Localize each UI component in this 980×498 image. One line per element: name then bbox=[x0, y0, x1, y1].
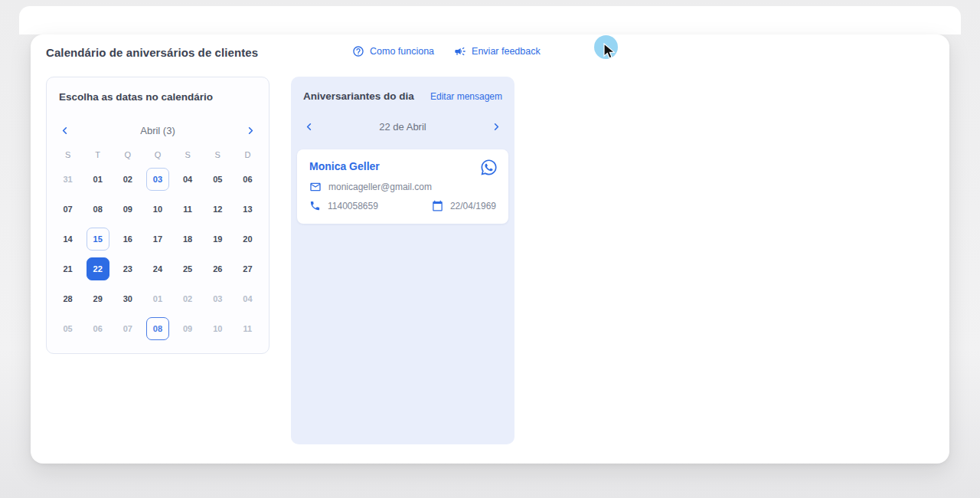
month-nav: Abril (3) bbox=[47, 121, 269, 139]
calendar-day[interactable]: 09 bbox=[176, 317, 199, 340]
calendar-day[interactable]: 28 bbox=[57, 287, 80, 310]
birthdays-panel: Aniversariantes do dia Editar mensagem 2… bbox=[291, 77, 514, 444]
calendar-day[interactable]: 27 bbox=[236, 257, 259, 280]
calendar-panel-title: Escolha as datas no calendário bbox=[47, 77, 269, 103]
contact-phone-item: 1140058659 bbox=[309, 200, 378, 211]
calendar-day[interactable]: 19 bbox=[206, 228, 229, 251]
contact-email-row: monicageller@gmail.com bbox=[309, 181, 496, 193]
contact-name[interactable]: Monica Geller bbox=[309, 160, 496, 172]
calendar-day[interactable]: 15 bbox=[87, 228, 109, 251]
calendar-day[interactable]: 06 bbox=[236, 168, 259, 191]
calendar-day[interactable]: 29 bbox=[87, 287, 109, 310]
contact-phone: 1140058659 bbox=[328, 201, 378, 211]
calendar-panel: Escolha as datas no calendário Abril (3)… bbox=[46, 77, 270, 354]
calendar-day[interactable]: 10 bbox=[146, 198, 169, 221]
calendar-day[interactable]: 23 bbox=[116, 257, 139, 280]
prev-day-button[interactable] bbox=[302, 120, 316, 134]
calendar-day[interactable]: 04 bbox=[236, 287, 259, 310]
calendar-day[interactable]: 02 bbox=[116, 168, 139, 191]
chevron-right-icon bbox=[491, 121, 502, 133]
chevron-left-icon bbox=[59, 125, 70, 136]
calendar-day[interactable]: 31 bbox=[57, 168, 80, 191]
selected-day-label: 22 de Abril bbox=[379, 121, 426, 133]
calendar-day[interactable]: 11 bbox=[176, 198, 199, 221]
calendar-day[interactable]: 14 bbox=[57, 228, 80, 251]
calendar-day[interactable]: 01 bbox=[87, 168, 109, 191]
calendar-day[interactable]: 05 bbox=[206, 168, 229, 191]
contact-email: monicageller@gmail.com bbox=[328, 182, 432, 192]
next-day-button[interactable] bbox=[489, 120, 504, 134]
calendar-day[interactable]: 30 bbox=[116, 287, 139, 310]
weekday-label: Q bbox=[113, 150, 142, 159]
edit-message-link[interactable]: Editar mensagem bbox=[430, 91, 502, 102]
chevron-right-icon bbox=[245, 125, 256, 136]
calendar-day[interactable]: 16 bbox=[116, 228, 139, 251]
calendar-day[interactable]: 02 bbox=[176, 287, 199, 310]
question-circle-icon bbox=[352, 45, 364, 57]
calendar-icon bbox=[432, 200, 443, 211]
birthdays-panel-title: Aniversariantes do dia bbox=[303, 90, 414, 102]
calendar-day[interactable]: 06 bbox=[87, 317, 109, 340]
contact-birthdate: 22/04/1969 bbox=[450, 201, 496, 211]
contact-phone-birthdate-row: 1140058659 22/04/1969 bbox=[309, 200, 496, 211]
calendar-day[interactable]: 08 bbox=[87, 198, 109, 221]
header-links: Como funciona Enviar feedback bbox=[352, 45, 541, 57]
weekday-label: S bbox=[53, 150, 83, 159]
calendar-weekdays: STQQSSD bbox=[47, 150, 269, 159]
calendar-day[interactable]: 12 bbox=[206, 198, 229, 221]
calendar-day[interactable]: 20 bbox=[236, 228, 259, 251]
send-feedback-link[interactable]: Enviar feedback bbox=[454, 45, 541, 57]
calendar-day[interactable]: 03 bbox=[146, 168, 169, 191]
whatsapp-icon bbox=[480, 159, 498, 176]
page-title: Calendário de aniversários de clientes bbox=[46, 46, 258, 59]
main-card: Calendário de aniversários de clientes C… bbox=[31, 34, 949, 464]
calendar-day[interactable]: 11 bbox=[236, 317, 259, 340]
how-it-works-link[interactable]: Como funciona bbox=[352, 45, 434, 57]
calendar-day[interactable]: 10 bbox=[206, 317, 229, 340]
mouse-cursor bbox=[602, 43, 617, 63]
calendar-day[interactable]: 05 bbox=[57, 317, 80, 340]
send-feedback-label: Enviar feedback bbox=[472, 46, 541, 57]
calendar-day[interactable]: 17 bbox=[146, 228, 169, 251]
weekday-label: D bbox=[233, 150, 263, 159]
calendar-day[interactable]: 18 bbox=[176, 228, 199, 251]
envelope-icon bbox=[309, 181, 322, 193]
calendar-day[interactable]: 26 bbox=[206, 257, 229, 280]
day-nav: 22 de Abril bbox=[291, 117, 514, 136]
calendar-day[interactable]: 04 bbox=[176, 168, 199, 191]
phone-icon bbox=[309, 200, 321, 211]
calendar-day[interactable]: 07 bbox=[116, 317, 139, 340]
whatsapp-button[interactable] bbox=[480, 159, 498, 176]
next-month-button[interactable] bbox=[243, 123, 258, 138]
megaphone-icon bbox=[454, 45, 466, 57]
calendar-day[interactable]: 09 bbox=[116, 198, 139, 221]
prev-month-button[interactable] bbox=[57, 123, 72, 138]
chevron-left-icon bbox=[303, 121, 315, 133]
birthdays-panel-head: Aniversariantes do dia Editar mensagem bbox=[291, 77, 514, 102]
month-label: Abril (3) bbox=[140, 125, 175, 136]
calendar-day[interactable]: 01 bbox=[146, 287, 169, 310]
top-strip bbox=[19, 6, 961, 34]
weekday-label: T bbox=[83, 150, 113, 159]
calendar-day[interactable]: 13 bbox=[236, 198, 259, 221]
weekday-label: S bbox=[203, 150, 233, 159]
calendar-day[interactable]: 22 bbox=[87, 257, 109, 280]
calendar-day[interactable]: 24 bbox=[146, 257, 169, 280]
calendar-day[interactable]: 08 bbox=[146, 317, 169, 340]
calendar-grid: 3101020304050607080910111213141516171819… bbox=[47, 164, 269, 343]
birthday-contact-card: Monica Geller monicageller@gmail.com 114… bbox=[297, 149, 508, 224]
contact-birthdate-item: 22/04/1969 bbox=[432, 200, 496, 211]
calendar-day[interactable]: 03 bbox=[206, 287, 229, 310]
calendar-day[interactable]: 21 bbox=[57, 257, 80, 280]
how-it-works-label: Como funciona bbox=[370, 46, 434, 57]
weekday-label: S bbox=[173, 150, 203, 159]
calendar-day[interactable]: 07 bbox=[57, 198, 80, 221]
calendar-day[interactable]: 25 bbox=[176, 257, 199, 280]
weekday-label: Q bbox=[142, 150, 172, 159]
